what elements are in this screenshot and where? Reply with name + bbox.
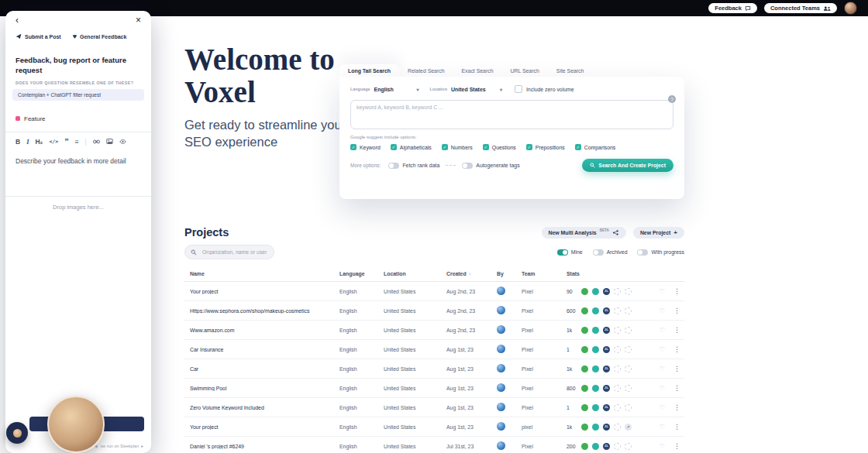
tab-exact-search[interactable]: Exact Search — [453, 64, 502, 77]
favorite-icon[interactable]: ♡ — [660, 443, 665, 450]
feedback-button[interactable]: Feedback — [708, 3, 757, 13]
link-icon[interactable] — [93, 139, 100, 144]
tab-related-search[interactable]: Related Search — [399, 64, 453, 77]
table-row[interactable]: Https://www.sephora.com/shop/makeup-cosm… — [184, 301, 684, 321]
badge-empty[interactable] — [625, 385, 632, 392]
italic-icon[interactable]: I — [26, 138, 29, 146]
suggestion-item[interactable]: Contemplan + ChatGPT filter request — [12, 89, 144, 101]
keywords-input[interactable] — [350, 100, 673, 129]
tab-url-search[interactable]: URL Search — [502, 64, 548, 77]
table-row[interactable]: Www.amazon.com English United States Aug… — [184, 321, 684, 340]
row-menu-icon[interactable]: ⋮ — [673, 307, 682, 314]
language-select[interactable]: English ▾ — [374, 87, 418, 92]
preview-eye-icon[interactable] — [119, 139, 126, 144]
table-row[interactable]: Zero Volume Keyword Included English Uni… — [184, 398, 684, 417]
reaction-bubble[interactable] — [6, 422, 28, 444]
badge-green[interactable] — [581, 443, 588, 450]
table-row[interactable]: Swimming Pool English United States Aug … — [184, 379, 684, 398]
badge-empty[interactable] — [625, 346, 632, 353]
projects-search[interactable] — [184, 245, 274, 259]
badge-empty[interactable] — [614, 346, 621, 353]
row-menu-icon[interactable]: ⋮ — [673, 365, 682, 372]
badge-teal[interactable] — [592, 424, 599, 431]
tab-site-search[interactable]: Site Search — [548, 64, 593, 77]
option-keyword[interactable]: ✓Keyword — [350, 144, 381, 150]
badge-green[interactable] — [581, 327, 588, 334]
close-icon[interactable]: × — [136, 15, 141, 25]
badge-shared-icon[interactable]: ↗ — [625, 424, 632, 431]
badge-teal[interactable] — [592, 288, 599, 295]
badge-green[interactable] — [581, 424, 588, 431]
favorite-icon[interactable]: ♡ — [660, 404, 665, 411]
favorite-icon[interactable]: ♡ — [660, 346, 665, 353]
code-icon[interactable]: </> — [49, 139, 58, 145]
badge-green[interactable] — [581, 385, 588, 392]
favorite-icon[interactable]: ♡ — [660, 307, 665, 314]
badge-empty[interactable] — [614, 443, 621, 450]
badge-empty[interactable] — [614, 365, 621, 372]
tab-submit-post[interactable]: Submit a Post — [16, 33, 61, 39]
bold-icon[interactable]: B — [16, 138, 20, 146]
user-avatar[interactable] — [844, 2, 857, 15]
favorite-icon[interactable]: ♡ — [660, 385, 665, 392]
image-icon[interactable] — [106, 139, 113, 144]
badge-empty[interactable] — [614, 288, 621, 295]
row-menu-icon[interactable]: ⋮ — [673, 327, 682, 334]
badge-empty[interactable] — [625, 307, 632, 314]
badge-teal[interactable] — [592, 404, 599, 411]
table-row[interactable]: Car Insurance English United States Aug … — [184, 340, 684, 359]
badge-green[interactable] — [581, 404, 588, 411]
table-row[interactable]: Daniel 's project #6249 English United S… — [184, 437, 684, 453]
badge-teal[interactable] — [592, 346, 599, 353]
row-menu-icon[interactable]: ⋮ — [673, 404, 682, 411]
badge-initials[interactable]: JL — [603, 424, 610, 431]
location-select[interactable]: United States ▾ — [451, 87, 502, 92]
fetch-rank-toggle[interactable]: Fetch rank data — [388, 163, 439, 169]
option-questions[interactable]: ✓Questions — [483, 144, 516, 150]
quote-icon[interactable]: ” — [64, 139, 69, 144]
new-project-button[interactable]: New Project + — [633, 227, 684, 239]
badge-green[interactable] — [581, 346, 588, 353]
option-comparisons[interactable]: ✓Comparisons — [575, 144, 616, 150]
favorite-icon[interactable]: ♡ — [660, 424, 665, 431]
badge-empty[interactable] — [614, 307, 621, 314]
badge-teal[interactable] — [592, 327, 599, 334]
help-icon[interactable]: ? — [668, 95, 676, 103]
autogenerate-tags-toggle[interactable]: Autogenerate tags — [462, 163, 519, 169]
badge-initials[interactable]: JL — [603, 327, 610, 334]
zero-volume-checkbox[interactable]: Include zero volume — [515, 85, 574, 93]
row-menu-icon[interactable]: ⋮ — [673, 288, 682, 295]
badge-green[interactable] — [581, 288, 588, 295]
table-row[interactable]: Car English United States Aug 1st, 23 Pi… — [184, 359, 684, 379]
badge-teal[interactable] — [592, 307, 599, 314]
table-row[interactable]: Your project English United States Aug 2… — [184, 282, 684, 301]
col-created[interactable]: Created↑ — [446, 271, 497, 276]
favorite-icon[interactable]: ♡ — [660, 327, 665, 334]
favorite-icon[interactable]: ♡ — [660, 288, 665, 295]
badge-initials[interactable]: JL — [603, 365, 610, 372]
badge-initials[interactable]: JL — [603, 443, 610, 450]
projects-search-input[interactable] — [201, 249, 268, 256]
option-numbers[interactable]: ✓Numbers — [442, 144, 473, 150]
badge-teal[interactable] — [592, 385, 599, 392]
table-row[interactable]: Your project English United States Aug 1… — [184, 417, 684, 437]
new-multi-analysis-button[interactable]: New Multi Analysis BETA — [542, 227, 626, 239]
badge-empty[interactable] — [625, 327, 632, 334]
sleekplan-footer[interactable]: ◆ we run on Sleekplan ▸ — [95, 444, 143, 448]
row-menu-icon[interactable]: ⋮ — [673, 424, 682, 431]
tab-long-tail-search[interactable]: Long Tail Search — [339, 64, 399, 77]
drop-images-zone[interactable]: Drop images here... — [5, 204, 151, 211]
badge-empty[interactable] — [614, 385, 621, 392]
favorite-icon[interactable]: ♡ — [660, 365, 665, 372]
connected-teams-button[interactable]: Connected Teams — [764, 3, 837, 13]
list-icon[interactable]: ≡ — [75, 138, 79, 146]
badge-initials[interactable]: JL — [603, 307, 610, 314]
badge-empty[interactable] — [614, 424, 621, 431]
heading-icon[interactable]: H₂ — [35, 138, 43, 146]
filter-archived[interactable]: Archived — [593, 249, 628, 256]
filter-mine[interactable]: Mine — [557, 249, 583, 256]
tag-selector[interactable]: Feature — [16, 115, 141, 122]
badge-initials[interactable]: JL — [603, 288, 610, 295]
search-create-project-button[interactable]: Search And Create Project — [582, 159, 673, 172]
badge-initials[interactable]: JL — [603, 385, 610, 392]
